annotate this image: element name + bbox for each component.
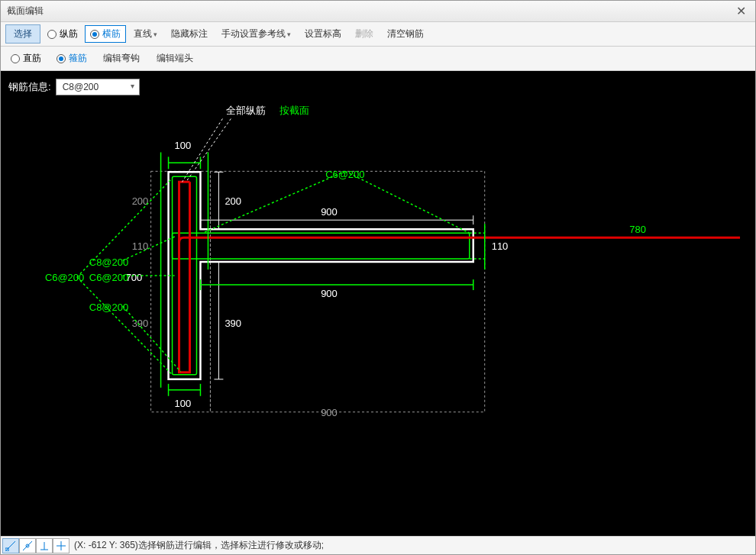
snap-perpendicular-button[interactable] <box>36 538 53 553</box>
dim-200-white: 200 <box>225 195 241 207</box>
dim-200-grey: 200 <box>132 195 149 207</box>
dim-900-grey: 900 <box>321 407 338 418</box>
code-c8-a: C8@200 <box>89 257 128 268</box>
rebar-info-bar: 钢筋信息: C8@200 <box>8 79 140 95</box>
ref-label: 手动设置参考线 <box>221 28 286 39</box>
dim-900-top: 900 <box>321 206 338 218</box>
canvas[interactable]: 钢筋信息: C8@200 100 <box>1 71 755 536</box>
rebar-info-value: C8@200 <box>63 82 99 92</box>
svg-line-31 <box>77 277 173 375</box>
dim-390-white: 390 <box>225 318 241 329</box>
set-elevation-button[interactable]: 设置标高 <box>299 25 347 43</box>
close-button[interactable]: ✕ <box>733 4 749 18</box>
clear-rebar-button[interactable]: 清空钢筋 <box>381 25 430 43</box>
snap-endpoint-button[interactable] <box>2 538 19 553</box>
snap-intersection-button[interactable] <box>53 538 69 553</box>
toolbar-primary: 选择 纵筋 横筋 直线▾ 隐藏标注 手动设置参考线▾ 设置标高 删除 清空钢筋 <box>1 22 755 47</box>
drawing-svg: 100 100 200 390 700 900 <box>1 71 755 536</box>
legend-section: 按截面 <box>279 105 309 117</box>
radio-straight-label: 直筋 <box>23 52 41 65</box>
set-reference-button[interactable]: 手动设置参考线▾ <box>215 25 297 43</box>
dim-390-grey: 390 <box>132 318 149 329</box>
radio-icon <box>11 54 20 63</box>
line-label: 直线 <box>134 28 152 39</box>
title-bar: 截面编辑 ✕ <box>1 1 755 22</box>
dim-780: 780 <box>629 224 646 235</box>
dim-110-grey: 110 <box>132 240 149 252</box>
radio-stirrup-label: 箍筋 <box>69 52 87 65</box>
code-c6-top: C6@200 <box>325 169 364 180</box>
toolbar-secondary: 直筋 箍筋 编辑弯钩 编辑端头 <box>1 47 755 71</box>
svg-rect-0 <box>210 171 484 411</box>
delete-button: 删除 <box>349 25 380 43</box>
status-bar: (X: -612 Y: 365)选择钢筋进行编辑，选择标注进行修改或移动; <box>1 536 755 554</box>
radio-icon <box>47 30 57 39</box>
radio-transverse[interactable]: 横筋 <box>85 25 126 43</box>
radio-longitudinal-label: 纵筋 <box>60 27 78 40</box>
radio-straight[interactable]: 直筋 <box>5 50 47 67</box>
edit-hook-button[interactable]: 编辑弯钩 <box>97 50 146 67</box>
legend-all: 全部纵筋 <box>226 105 266 117</box>
dim-bottom-100: 100 <box>175 398 192 409</box>
radio-icon <box>57 54 66 63</box>
svg-line-33 <box>345 171 470 233</box>
rebar-info-label: 钢筋信息: <box>8 80 51 94</box>
select-button[interactable]: 选择 <box>5 24 40 44</box>
dim-900-bot: 900 <box>321 288 338 299</box>
dim-110-white: 110 <box>492 240 509 252</box>
svg-rect-2 <box>173 176 197 374</box>
code-c8-b: C8@200 <box>89 302 128 313</box>
chevron-down-icon: ▾ <box>153 31 157 38</box>
radio-transverse-label: 横筋 <box>102 27 121 40</box>
dim-top-100: 100 <box>175 140 192 151</box>
chevron-down-icon: ▾ <box>287 31 291 38</box>
radio-stirrup[interactable]: 箍筋 <box>51 50 92 67</box>
status-text: (X: -612 Y: 365)选择钢筋进行编辑，选择标注进行修改或移动; <box>74 539 324 552</box>
svg-rect-1 <box>151 171 211 411</box>
code-c6-b: C6@200 <box>89 272 128 283</box>
code-c6-left: C6@200 <box>45 272 84 283</box>
edit-end-button[interactable]: 编辑端头 <box>150 50 199 67</box>
hide-annotation-button[interactable]: 隐藏标注 <box>165 25 214 43</box>
radio-icon <box>90 30 99 39</box>
radio-longitudinal[interactable]: 纵筋 <box>42 25 83 43</box>
window-title: 截面编辑 <box>7 5 44 18</box>
line-button[interactable]: 直线▾ <box>128 25 163 43</box>
snap-midpoint-button[interactable] <box>19 538 36 553</box>
rebar-info-select[interactable]: C8@200 <box>56 79 140 95</box>
